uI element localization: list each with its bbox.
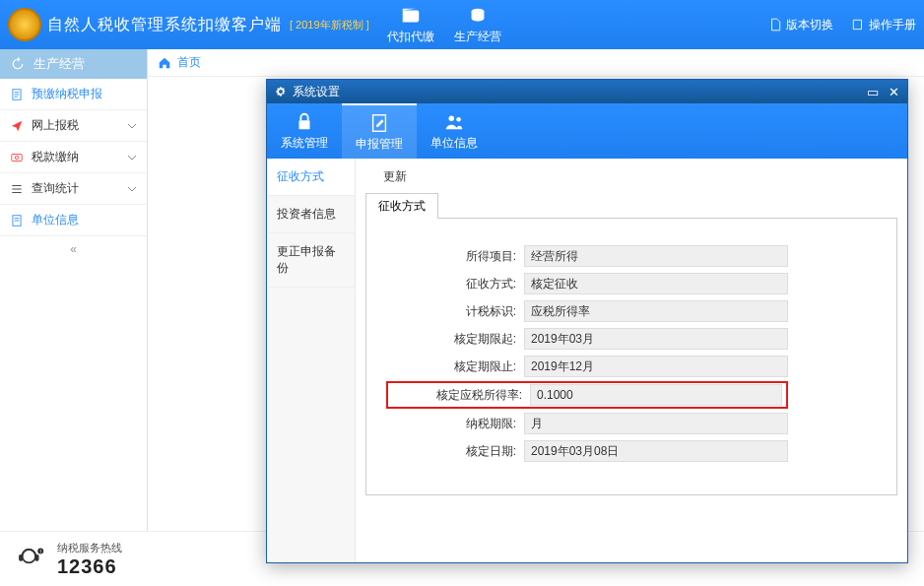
inner-tab-correction-backup[interactable]: 更正申报备份 xyxy=(267,233,355,288)
svg-text:!: ! xyxy=(39,549,40,554)
breadcrumb-home[interactable]: 首页 xyxy=(177,54,201,71)
dialog-maximize-icon[interactable]: ▭ xyxy=(867,85,879,99)
header-right: 版本切换 操作手册 xyxy=(768,17,916,33)
chevron-down-icon xyxy=(127,121,137,131)
app-emblem-icon xyxy=(8,8,41,41)
chevron-down-icon xyxy=(127,153,137,163)
nav-withholding[interactable]: 代扣代缴 xyxy=(387,5,434,45)
edit-doc-icon xyxy=(368,112,390,134)
dialog-close-icon[interactable]: ✕ xyxy=(889,85,899,99)
doc-icon xyxy=(768,18,782,32)
send-icon xyxy=(10,119,24,133)
version-switch-link[interactable]: 版本切换 xyxy=(768,17,833,33)
svg-rect-2 xyxy=(12,154,23,161)
money-icon xyxy=(10,151,24,164)
chevron-down-icon xyxy=(127,184,137,194)
coins-icon xyxy=(467,5,489,27)
left-sidebar: 生产经营 预缴纳税申报 网上报税 税款缴纳 查询统计 单位信息 « xyxy=(0,49,148,531)
collection-form: 所得项目: 经营所得 征收方式: 核定征收 计税标识: 应税所得率 核定期限 xyxy=(365,218,897,495)
tab-system-manage[interactable]: 系统管理 xyxy=(267,103,342,159)
headset-icon: ! xyxy=(14,543,47,576)
inner-tab-investor-info[interactable]: 投资者信息 xyxy=(267,196,355,233)
nav-business[interactable]: 生产经营 xyxy=(454,5,501,45)
svg-point-8 xyxy=(456,116,461,121)
field-period-start: 核定期限起: 2019年03月 xyxy=(386,325,788,353)
lock-icon xyxy=(294,111,315,133)
field-verified-date: 核定日期: 2019年03月08日 xyxy=(386,437,788,465)
nav-business-label: 生产经营 xyxy=(454,29,501,45)
field-income-item: 所得项目: 经营所得 xyxy=(386,242,788,270)
gear-icon xyxy=(275,86,287,98)
top-nav: 代扣代缴 生产经营 xyxy=(387,5,501,45)
list-icon xyxy=(10,182,24,196)
field-taxable-rate-highlighted: 核定应税所得率: 0.1000 xyxy=(386,381,788,409)
sidebar-section-header: 生产经营 xyxy=(0,49,147,79)
field-tax-indicator: 计税标识: 应税所得率 xyxy=(386,297,788,325)
sidebar-item-query-stats[interactable]: 查询统计 xyxy=(0,173,147,205)
download-icon xyxy=(365,169,379,183)
hotline-number: 12366 xyxy=(57,555,122,578)
system-settings-dialog: 系统设置 ▭ ✕ 系统管理 申报管理 单位信息 xyxy=(266,79,908,563)
app-title: 自然人税收管理系统扣缴客户端 xyxy=(47,15,282,35)
dialog-inner-sidebar: 征收方式 投资者信息 更正申报备份 xyxy=(267,159,356,562)
users-icon xyxy=(443,111,465,133)
home-icon xyxy=(158,56,171,70)
field-period-end: 核定期限止: 2019年12月 xyxy=(386,353,788,380)
dialog-titlebar[interactable]: 系统设置 ▭ ✕ xyxy=(267,80,907,103)
content-area: 首页 系统设置 ▭ ✕ 系统管理 申报管理 xyxy=(148,49,924,531)
svg-rect-11 xyxy=(34,553,38,560)
book-icon xyxy=(851,18,865,32)
refresh-icon xyxy=(10,56,26,72)
dialog-top-tabs: 系统管理 申报管理 单位信息 xyxy=(267,103,907,159)
new-tax-tag: [ 2019年新税制 ] xyxy=(290,18,369,33)
field-collection-method: 征收方式: 核定征收 xyxy=(386,270,788,297)
svg-rect-5 xyxy=(299,120,310,129)
svg-point-7 xyxy=(449,115,455,121)
sidebar-item-online-tax[interactable]: 网上报税 xyxy=(0,110,147,142)
field-tax-period: 纳税期限: 月 xyxy=(386,410,788,437)
nav-withholding-label: 代扣代缴 xyxy=(387,29,434,45)
sidebar-collapse-toggle[interactable]: « xyxy=(0,236,147,262)
tab-declare-manage[interactable]: 申报管理 xyxy=(342,103,417,159)
update-button[interactable]: 更新 xyxy=(383,168,407,185)
sidebar-item-prepay[interactable]: 预缴纳税申报 xyxy=(0,79,147,110)
app-header: 自然人税收管理系统扣缴客户端 [ 2019年新税制 ] 代扣代缴 生产经营 版本… xyxy=(0,0,924,49)
wallet-icon xyxy=(400,5,422,27)
inner-tab-collection-method[interactable]: 征收方式 xyxy=(267,159,355,196)
breadcrumb: 首页 xyxy=(148,49,924,77)
svg-rect-10 xyxy=(19,553,23,560)
sidebar-item-tax-payment[interactable]: 税款缴纳 xyxy=(0,142,147,173)
tab-unit-info[interactable]: 单位信息 xyxy=(417,103,492,159)
sidebar-item-unit-info[interactable]: 单位信息 xyxy=(0,205,147,236)
doc-icon xyxy=(10,88,24,101)
hotline-label: 纳税服务热线 xyxy=(57,541,122,555)
form-tab-collection-method[interactable]: 征收方式 xyxy=(365,193,438,219)
svg-point-3 xyxy=(15,156,19,160)
info-doc-icon xyxy=(10,214,24,228)
manual-link[interactable]: 操作手册 xyxy=(851,17,916,33)
form-panel: 更新 征收方式 所得项目: 经营所得 征收方式: 核定征收 xyxy=(356,159,907,562)
